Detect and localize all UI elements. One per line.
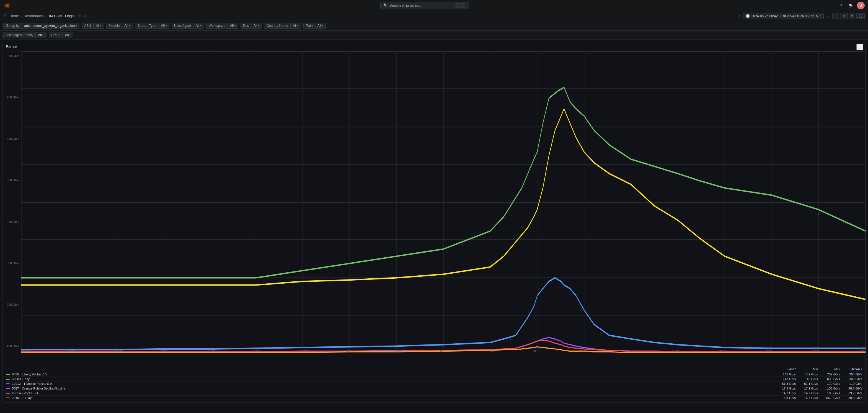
time-prev-button[interactable]: ‹: [738, 13, 741, 19]
fullscreen-button[interactable]: ⛶: [857, 13, 865, 19]
series-max-39603: 695 Gb/s: [818, 377, 840, 381]
path-label: Path: [303, 23, 315, 29]
series-max-201019: 56.2 Gb/s: [818, 396, 840, 400]
legend-row-39603[interactable]: 39603 - Play 143 Gb/s 143 Gb/s 695 Gb/s …: [2, 377, 866, 381]
asn-label: ASN: [82, 23, 93, 29]
user-agent-filter: User-Agent All ▾: [172, 23, 204, 29]
time-next-button[interactable]: ›: [826, 13, 829, 19]
group-by-filter: Group by autonomous_system_organization …: [3, 23, 80, 29]
help-icon[interactable]: ?: [838, 2, 844, 8]
legend-min-col[interactable]: Min: [796, 367, 818, 371]
chart-svg-area: [21, 51, 866, 353]
legend-header: Last * Min Max Mean ↑: [2, 366, 866, 372]
dcs-filter: Dcs All ▾: [241, 23, 262, 29]
series-min-201019: 16.7 Gb/s: [796, 396, 818, 400]
time-range-chevron: ▾: [819, 15, 821, 18]
zoom-reset-button[interactable]: ↺: [840, 13, 848, 19]
country-name-filter: Country Name All ▾: [264, 23, 301, 29]
y-label-600: 600 Gb/s: [5, 137, 19, 140]
series-last-201019: 16.8 Gb/s: [774, 396, 796, 400]
y-label-300: 300 Gb/s: [5, 262, 19, 265]
sidebar-toggle-icon[interactable]: ☰: [3, 14, 7, 18]
series-last-6830: 143 Gb/s: [774, 373, 796, 376]
search-icon: 🔍: [383, 3, 388, 7]
series-name-12912: 12912 - T-Mobile Polska S.A.: [12, 382, 774, 385]
dcs-value: All: [253, 24, 257, 28]
grafana-logo[interactable]: [3, 2, 11, 9]
legend-last-col[interactable]: Last *: [774, 367, 796, 371]
legend-row-29314[interactable]: 29314 - Vectra S.A. 14.7 Gb/s 14.7 Gb/s …: [2, 391, 866, 395]
panel-title: Bitrate: [6, 44, 17, 49]
filter-bar-2: User-Agent Family All ▾ Group All ▾: [0, 31, 868, 40]
series-max-5617: 105 Gb/s: [818, 387, 840, 390]
legend-mean-col[interactable]: Mean ↑: [840, 367, 862, 371]
x-label-1500: 15:00: [300, 349, 308, 353]
group-value: All: [65, 33, 69, 37]
country-name-label: Country Name: [264, 23, 290, 29]
share-icon[interactable]: ⎘: [84, 14, 86, 18]
series-swatch-5617: [6, 388, 10, 389]
series-min-29314: 14.7 Gb/s: [796, 391, 818, 395]
filter-bar: Group by autonomous_system_organization …: [0, 21, 868, 31]
series-name-29314: 29314 - Vectra S.A.: [12, 391, 774, 395]
module-dropdown[interactable]: All ▾: [122, 23, 133, 29]
panel-header: Bitrate ⋮: [2, 42, 866, 51]
search-box[interactable]: 🔍 Search or jump to... cmd+k: [380, 2, 469, 9]
country-name-dropdown[interactable]: All ▾: [290, 23, 301, 29]
group-by-dropdown[interactable]: autonomous_system_organization ▾: [22, 23, 80, 29]
y-label-800: 800 Gb/s: [5, 54, 19, 58]
breadcrumb-sep2: ›: [44, 14, 46, 18]
workspace-label: Workspace: [206, 23, 227, 29]
breadcrumb-dashboards[interactable]: Dashboards: [24, 14, 43, 18]
ua-family-filter: User-Agent Family All ▾: [3, 32, 46, 38]
path-value: All: [317, 24, 321, 28]
x-label-1400: 14:00: [254, 349, 261, 353]
search-area: 🔍 Search or jump to... cmd+k: [13, 2, 836, 9]
zoom-dropdown-button[interactable]: ▾: [849, 13, 855, 19]
series-mean-39603: 309 Gb/s: [840, 377, 862, 381]
series-name-5617: 5617 - Orange Polska Spolka Akcyjna: [12, 387, 774, 390]
legend-row-12912[interactable]: 12912 - T-Mobile Polska S.A. 51.3 Gb/s 5…: [2, 381, 866, 386]
ua-family-value: All: [38, 33, 41, 37]
topnav-right: ? 📡 U: [838, 2, 865, 9]
asn-filter: ASN All ▾: [82, 23, 104, 29]
series-swatch-12912: [6, 383, 10, 384]
y-label-100: 100 Gb/s: [5, 344, 19, 348]
legend-row-5617[interactable]: 5617 - Orange Polska Spolka Akcyjna 17.3…: [2, 386, 866, 391]
avatar[interactable]: U: [857, 2, 865, 9]
star-icon[interactable]: ☆: [78, 14, 82, 18]
country-name-value: All: [293, 24, 297, 28]
x-label-0300: 03:00: [858, 349, 866, 353]
legend-max-col[interactable]: Max: [818, 367, 840, 371]
group-by-chevron: ▾: [75, 24, 77, 27]
y-axis: 800 Gb/s 700 Gb/s 600 Gb/s 500 Gb/s 400 …: [2, 54, 21, 389]
legend-row-6830[interactable]: 6830 - Liberty Global B.V. 143 Gb/s 142 …: [2, 372, 866, 377]
notifications-icon[interactable]: 📡: [847, 2, 854, 8]
y-label-200: 200 Gb/s: [5, 303, 19, 306]
series-swatch-29314: [6, 393, 10, 394]
series-mean-5617: 48.0 Gb/s: [840, 387, 862, 390]
panel-menu-button[interactable]: ⋮: [857, 44, 863, 50]
workspace-dropdown[interactable]: All ▾: [227, 23, 238, 29]
time-range-picker[interactable]: 🕐 2024-06-25 08:42:33 to 2024-06-26 03:2…: [743, 13, 824, 19]
series-mean-12912: 110 Gb/s: [840, 382, 862, 385]
breadcrumb-home[interactable]: Home: [9, 14, 19, 18]
dcs-dropdown[interactable]: All ▾: [251, 23, 262, 29]
series-name-201019: 201019 - Play: [12, 396, 774, 400]
legend-row-201019[interactable]: 201019 - Play 16.8 Gb/s 16.7 Gb/s 56.2 G…: [2, 395, 866, 400]
workspace-filter: Workspace All ▾: [206, 23, 238, 29]
asn-dropdown[interactable]: All ▾: [93, 23, 104, 29]
module-value: All: [125, 24, 128, 28]
user-agent-dropdown[interactable]: All ▾: [193, 23, 204, 29]
zoom-controls: − ↺ ▾ ⛶: [832, 13, 865, 19]
stream-type-label: Stream Type: [135, 23, 159, 29]
zoom-out-button[interactable]: −: [832, 13, 839, 19]
series-min-5617: 17.1 Gb/s: [796, 387, 818, 390]
ua-family-dropdown[interactable]: All ▾: [35, 32, 46, 38]
series-mean-6830: 354 Gb/s: [840, 373, 862, 376]
stream-type-dropdown[interactable]: All ▾: [159, 23, 169, 29]
group-dropdown[interactable]: All ▾: [63, 32, 73, 38]
series-max-12912: 170 Gb/s: [818, 382, 840, 385]
series-last-39603: 143 Gb/s: [774, 377, 796, 381]
path-dropdown[interactable]: All ▾: [315, 23, 326, 29]
